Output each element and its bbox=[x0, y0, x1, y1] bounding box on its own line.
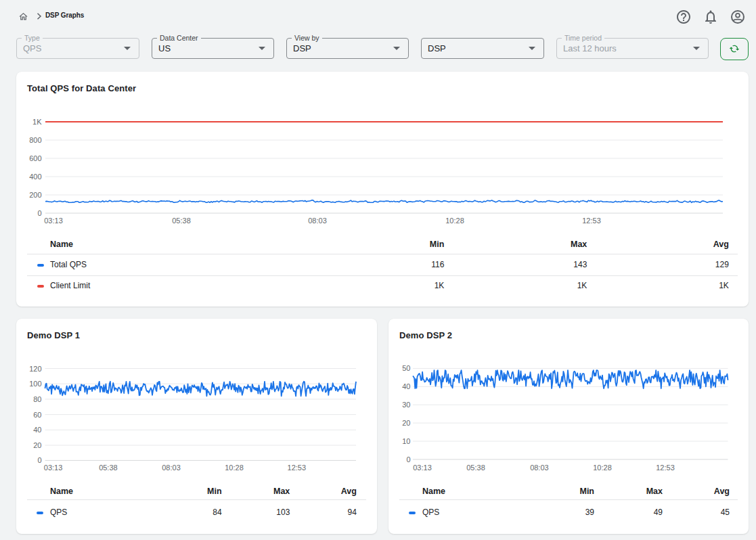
svg-text:05:38: 05:38 bbox=[172, 217, 191, 225]
svg-text:30: 30 bbox=[402, 401, 410, 409]
svg-text:12:53: 12:53 bbox=[582, 217, 601, 225]
svg-text:08:03: 08:03 bbox=[308, 217, 327, 225]
svg-text:0: 0 bbox=[37, 209, 41, 217]
svg-text:05:38: 05:38 bbox=[466, 464, 485, 472]
svg-text:12:53: 12:53 bbox=[288, 464, 307, 472]
svg-text:100: 100 bbox=[29, 380, 41, 388]
svg-text:08:03: 08:03 bbox=[162, 464, 181, 472]
svg-text:08:03: 08:03 bbox=[530, 464, 549, 472]
svg-text:40: 40 bbox=[402, 382, 410, 390]
svg-text:03:13: 03:13 bbox=[44, 217, 63, 225]
svg-text:800: 800 bbox=[29, 136, 41, 144]
svg-text:200: 200 bbox=[29, 191, 41, 199]
svg-text:0: 0 bbox=[406, 455, 410, 464]
svg-text:12:53: 12:53 bbox=[656, 464, 675, 472]
svg-text:400: 400 bbox=[29, 173, 41, 181]
svg-text:10:28: 10:28 bbox=[445, 217, 464, 225]
svg-text:50: 50 bbox=[402, 364, 410, 372]
svg-text:10:28: 10:28 bbox=[225, 464, 244, 472]
svg-text:03:13: 03:13 bbox=[413, 464, 432, 472]
svg-text:600: 600 bbox=[29, 154, 41, 162]
svg-text:60: 60 bbox=[33, 411, 41, 419]
svg-text:03:13: 03:13 bbox=[44, 464, 63, 472]
svg-text:120: 120 bbox=[29, 365, 41, 373]
svg-text:80: 80 bbox=[33, 395, 41, 403]
svg-text:0: 0 bbox=[37, 456, 41, 464]
svg-text:1K: 1K bbox=[32, 118, 42, 126]
svg-text:20: 20 bbox=[402, 419, 410, 427]
svg-text:10:28: 10:28 bbox=[593, 464, 612, 472]
svg-text:20: 20 bbox=[33, 441, 41, 449]
svg-text:10: 10 bbox=[402, 437, 410, 445]
svg-text:05:38: 05:38 bbox=[99, 464, 118, 472]
svg-text:40: 40 bbox=[33, 426, 41, 434]
